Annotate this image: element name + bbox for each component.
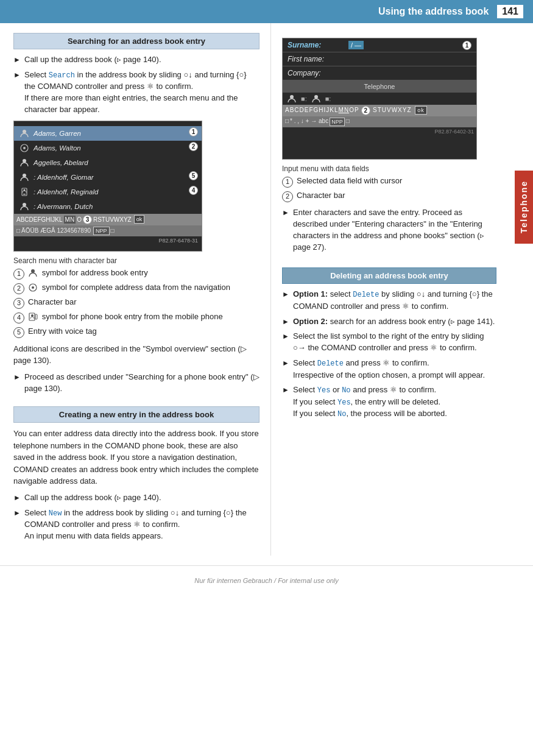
num-3-text: Character bar	[28, 297, 76, 309]
ab-name-4: : Aldenhoff, Giomar	[34, 174, 198, 181]
surname-cursor: / —	[348, 41, 364, 49]
num-2-text: symbol for complete address data from th…	[28, 282, 230, 294]
right-bullet-text-1: Enter characters and save the entry. Pro…	[293, 207, 496, 253]
surname-row: Surname: / — 1	[283, 38, 476, 52]
svg-point-9	[31, 269, 35, 273]
page-header: Using the address book 141	[0, 0, 533, 23]
num-5-circle: 5	[13, 327, 24, 338]
right-bullet-arrow-1: ►	[282, 208, 291, 253]
page-number: 141	[497, 5, 523, 18]
delete-text-5: Select Yes or No and press ⚛ to confirm.…	[293, 384, 496, 420]
screenshot-caption: Search menu with character bar	[13, 256, 259, 265]
num-4-text: symbol for phone book entry from the mob…	[28, 311, 223, 323]
input-num-1: 1	[462, 41, 471, 50]
char-bar-row2: □ ÄÖÜB ÆGÅ 1234567890 NPP □	[14, 225, 202, 236]
bullet-text-proceed: Proceed as described under "Searching fo…	[24, 372, 259, 395]
ab-row-1: Adams, Garren 1	[14, 126, 202, 141]
bullet-text-3: Call up the address book (▹ page 140).	[24, 492, 259, 504]
numbered-item-2: 2 symbol for complete address data from …	[13, 282, 259, 294]
delete-bullet-yes-no: ► Select Yes or No and press ⚛ to confir…	[282, 384, 496, 420]
bullet-text-2: Select Search in the address book by sli…	[24, 69, 259, 116]
input-menu-screenshot-container: Surname: / — 1 First name: Company: Tele…	[282, 38, 496, 160]
ab-name-2: Adams, Walton	[34, 144, 198, 152]
delete-bullet-confirm-delete: ► Select Delete and press ⚛ to confirm.I…	[282, 358, 496, 381]
svg-rect-14	[35, 314, 37, 319]
bullet-call-address-book: ► Call up the address book (▹ page 140).	[13, 54, 259, 66]
search-menu-screenshot: Adams, Garren 1 Adams, Walton	[13, 121, 202, 252]
num-1-text: symbol for address book entry	[28, 267, 148, 280]
bullet-arrow-2: ►	[13, 70, 22, 116]
icon-row-1: ■: ■:	[283, 93, 476, 105]
char-bar-num-3: 3	[83, 215, 92, 224]
bullet-proceed: ► Proceed as described under "Searching …	[13, 372, 259, 395]
telephone-tab: Telephone	[515, 171, 533, 244]
ab-row-6: : Alvermann, Dutch	[14, 199, 202, 214]
search-menu-screenshot-container: Adams, Garren 1 Adams, Walton	[13, 121, 202, 252]
part-number-right: P82.87-6402-31	[283, 127, 476, 136]
ab-row-5: : Aldenhoff, Reginald 4	[14, 185, 202, 199]
right-num-2-text: Character bar	[297, 190, 345, 202]
num-1-circle: 1	[13, 269, 24, 280]
delete-arrow-2: ►	[282, 317, 291, 328]
svg-point-16	[314, 95, 318, 99]
bullet-select-new: ► Select New in the address book by slid…	[13, 507, 259, 542]
search-section-header: Searching for an address book entry	[13, 33, 259, 49]
ok-button-screenshot: ok	[134, 215, 145, 224]
ab-row-3: Aggelles, Abelard	[14, 155, 202, 170]
alpha-bar-input: ABCDEFGHIJKLMNOP 2 STUVWXYZ ok	[283, 105, 476, 116]
num-indicator-5: 5	[189, 171, 198, 180]
svg-rect-6	[23, 194, 26, 195]
ab-icon-6	[18, 201, 31, 212]
ab-name-1: Adams, Garren	[34, 130, 198, 137]
bullet-arrow-4: ►	[13, 508, 22, 542]
header-title: Using the address book	[378, 6, 489, 17]
num-3-circle: 3	[13, 298, 24, 309]
ab-icon-3	[18, 157, 31, 168]
delete-text-1: Option 1: select Delete by sliding ○↓ an…	[293, 289, 496, 312]
num-indicator-1: 1	[189, 127, 198, 136]
input-menu-caption: Input menu with data fields	[282, 164, 496, 173]
additional-text: Additional icons are described in the "S…	[13, 343, 259, 367]
ab-icon-1	[18, 128, 31, 139]
main-content: Searching for an address book entry ► Ca…	[0, 23, 533, 556]
bullet-arrow-1: ►	[13, 55, 22, 66]
delete-bullet-select-list: ► Select the list symbol to the right of…	[282, 331, 496, 354]
delete-bullet-option1: ► Option 1: select Delete by sliding ○↓ …	[282, 289, 496, 312]
delete-text-3: Select the list symbol to the right of t…	[293, 331, 496, 354]
bullet-select-search: ► Select Search in the address book by s…	[13, 69, 259, 116]
svg-point-15	[290, 95, 294, 99]
svg-point-2	[23, 147, 26, 149]
svg-point-0	[23, 130, 26, 133]
left-column: Searching for an address book entry ► Ca…	[0, 23, 271, 556]
numbered-item-4: 4 symbol for phone book entry from the m…	[13, 311, 259, 323]
alpha-bar2-input: □ * . , ↓ + → abc NPP □	[283, 116, 476, 127]
numbered-item-5: 5 Entry with voice tag	[13, 326, 259, 338]
svg-point-3	[23, 159, 26, 163]
num-indicator-4: 4	[189, 186, 198, 195]
right-num-2-circle: 2	[282, 191, 293, 202]
ab-icon-2	[18, 143, 31, 154]
numbered-item-3: 3 Character bar	[13, 297, 259, 309]
num-4-circle: 4	[13, 313, 24, 323]
ab-row-4: : Aldenhoff, Giomar 5	[14, 170, 202, 185]
right-num-1-text: Selected data field with cursor	[297, 175, 402, 188]
delete-section-header: Deleting an address book entry	[282, 267, 496, 284]
delete-arrow-1: ►	[282, 289, 291, 312]
right-numbered-1: 1 Selected data field with cursor	[282, 175, 496, 188]
num-5-text: Entry with voice tag	[28, 326, 97, 338]
telephone-bar: Telephone	[283, 80, 476, 93]
num-indicator-2: 2	[189, 142, 198, 151]
ab-icon-4	[18, 172, 31, 183]
delete-text-4: Select Delete and press ⚛ to confirm.Irr…	[293, 358, 496, 381]
footer: Nur für internen Gebrauch / For internal…	[0, 565, 533, 589]
ab-name-6: : Alvermann, Dutch	[34, 203, 198, 210]
bullet-call-address-book-2: ► Call up the address book (▹ page 140).	[13, 492, 259, 504]
ab-name-5: : Aldenhoff, Reginald	[34, 188, 198, 196]
create-body-text: You can enter address data directly into…	[13, 428, 259, 487]
svg-point-11	[32, 286, 34, 289]
svg-point-8	[23, 203, 26, 207]
delete-arrow-5: ►	[282, 385, 291, 420]
surname-label: Surname:	[288, 41, 348, 49]
numbered-item-1: 1 symbol for address book entry	[13, 267, 259, 280]
company-label: Company:	[288, 69, 348, 77]
